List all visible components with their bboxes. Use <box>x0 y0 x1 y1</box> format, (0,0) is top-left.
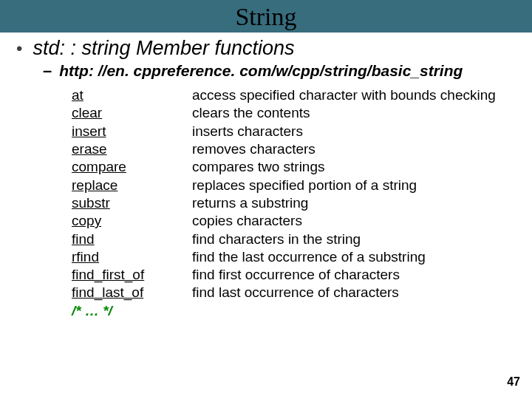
function-description: replaces specified portion of a string <box>192 177 417 194</box>
function-row: comparecompares two strings <box>72 158 523 176</box>
function-description: find first occurrence of characters <box>192 266 400 284</box>
function-row: rfindfind the last occurrence of a subst… <box>72 248 523 266</box>
function-name-link[interactable]: erase <box>72 140 192 158</box>
function-row: eraseremoves characters <box>72 140 523 158</box>
ellipsis-comment: /* … */ <box>72 303 523 319</box>
bullet-icon: • <box>16 40 22 58</box>
reference-link[interactable]: http: //en. cppreference. com/w/cpp/stri… <box>59 62 463 80</box>
function-row: find_last_offind last occurrence of char… <box>72 284 523 301</box>
function-name-link[interactable]: copy <box>72 212 192 230</box>
function-name-link[interactable]: substr <box>72 194 192 212</box>
function-description: copies characters <box>192 212 302 230</box>
function-name-link[interactable]: rfind <box>72 248 192 266</box>
function-name-link[interactable]: find <box>72 231 192 248</box>
function-row: replacereplaces specified portion of a s… <box>72 177 523 194</box>
function-description: find characters in the string <box>192 231 361 248</box>
function-row: insertinserts characters <box>72 123 523 140</box>
title-bar: String <box>0 0 532 33</box>
function-name-link[interactable]: compare <box>72 158 192 176</box>
function-name-link[interactable]: replace <box>72 177 192 194</box>
function-description: find the last occurrence of a substring <box>192 248 426 266</box>
function-name-link[interactable]: find_last_of <box>72 284 192 301</box>
function-description: clears the contents <box>192 104 310 122</box>
function-row: copycopies characters <box>72 212 523 230</box>
sub-bullet: – http: //en. cppreference. com/w/cpp/st… <box>43 61 523 81</box>
content-area: • std: : string Member functions – http:… <box>0 33 532 319</box>
function-row: clearclears the contents <box>72 104 523 122</box>
function-description: access specified character with bounds c… <box>192 86 496 104</box>
slide-title: String <box>0 3 532 31</box>
function-name-link[interactable]: find_first_of <box>72 266 192 284</box>
function-description: compares two strings <box>192 158 325 176</box>
function-list: ataccess specified character with bounds… <box>72 86 523 319</box>
function-name-link[interactable]: at <box>72 86 192 104</box>
function-name-link[interactable]: clear <box>72 104 192 122</box>
function-name-link[interactable]: insert <box>72 123 192 140</box>
function-description: removes characters <box>192 140 316 158</box>
function-row: find_first_offind first occurrence of ch… <box>72 266 523 284</box>
bullet-main: • std: : string Member functions <box>16 37 523 60</box>
function-row: ataccess specified character with bounds… <box>72 86 523 104</box>
dash-icon: – <box>43 61 52 81</box>
page-number: 47 <box>507 375 520 389</box>
function-row: substrreturns a substring <box>72 194 523 212</box>
function-description: inserts characters <box>192 123 303 140</box>
function-description: find last occurrence of characters <box>192 284 399 301</box>
bullet-text: std: : string Member functions <box>33 37 294 60</box>
function-description: returns a substring <box>192 194 308 212</box>
function-row: findfind characters in the string <box>72 231 523 248</box>
